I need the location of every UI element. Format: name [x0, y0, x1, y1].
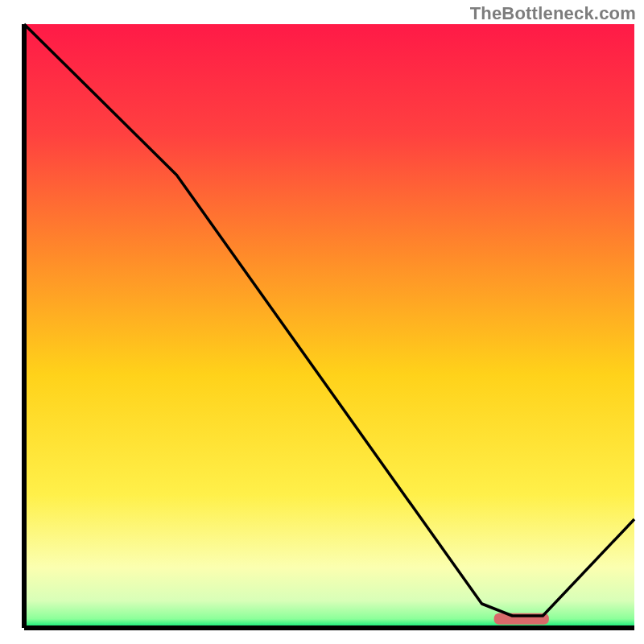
bottleneck-chart [0, 0, 644, 644]
attribution-text: TheBottleneck.com [470, 3, 636, 24]
chart-container: { "attribution": "TheBottleneck.com", "c… [0, 0, 644, 644]
